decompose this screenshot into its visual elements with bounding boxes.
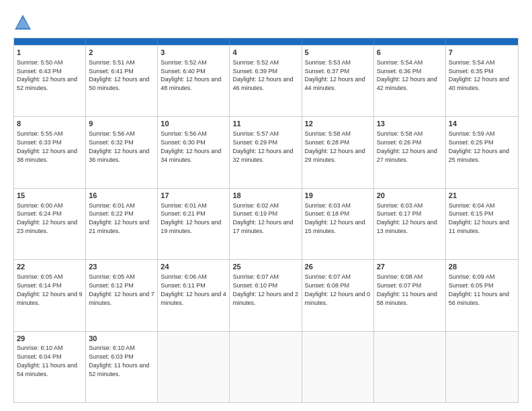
- calendar-cell-0-4: 5Sunrise: 5:53 AM Sunset: 6:37 PM Daylig…: [302, 46, 374, 116]
- day-number: 16: [89, 191, 154, 201]
- cell-info: Sunrise: 6:07 AM Sunset: 6:08 PM Dayligh…: [305, 273, 371, 306]
- cell-info: Sunrise: 6:06 AM Sunset: 6:11 PM Dayligh…: [161, 273, 226, 306]
- cell-info: Sunrise: 6:09 AM Sunset: 6:05 PM Dayligh…: [449, 273, 509, 306]
- header-monday: [86, 38, 158, 45]
- cell-info: Sunrise: 5:58 AM Sunset: 6:28 PM Dayligh…: [305, 130, 365, 163]
- day-number: 18: [232, 191, 298, 201]
- calendar-week-4: 29Sunrise: 6:10 AM Sunset: 6:04 PM Dayli…: [14, 331, 518, 402]
- logo: [13, 13, 35, 32]
- day-number: 24: [161, 262, 226, 272]
- day-number: 29: [17, 334, 83, 344]
- calendar-week-2: 15Sunrise: 6:00 AM Sunset: 6:24 PM Dayli…: [14, 188, 518, 259]
- calendar-cell-4-3: [230, 332, 302, 402]
- calendar-cell-2-5: 20Sunrise: 6:03 AM Sunset: 6:17 PM Dayli…: [374, 189, 446, 259]
- day-number: 8: [17, 119, 83, 129]
- calendar-cell-3-1: 23Sunrise: 6:05 AM Sunset: 6:12 PM Dayli…: [86, 260, 158, 330]
- day-number: 17: [161, 191, 226, 201]
- calendar-cell-0-1: 2Sunrise: 5:51 AM Sunset: 6:41 PM Daylig…: [86, 46, 158, 116]
- calendar-cell-1-1: 9Sunrise: 5:56 AM Sunset: 6:32 PM Daylig…: [86, 117, 158, 187]
- cell-info: Sunrise: 5:53 AM Sunset: 6:37 PM Dayligh…: [305, 59, 365, 91]
- calendar-cell-0-6: 7Sunrise: 5:54 AM Sunset: 6:35 PM Daylig…: [446, 46, 518, 116]
- calendar-body: 1Sunrise: 5:50 AM Sunset: 6:43 PM Daylig…: [14, 45, 518, 402]
- cell-info: Sunrise: 6:03 AM Sunset: 6:18 PM Dayligh…: [305, 202, 365, 234]
- day-number: 3: [161, 48, 226, 58]
- day-number: 5: [305, 48, 371, 58]
- day-number: 28: [449, 262, 515, 272]
- calendar-cell-2-2: 17Sunrise: 6:01 AM Sunset: 6:21 PM Dayli…: [158, 189, 230, 259]
- calendar-cell-4-0: 29Sunrise: 6:10 AM Sunset: 6:04 PM Dayli…: [14, 332, 86, 402]
- cell-info: Sunrise: 5:54 AM Sunset: 6:36 PM Dayligh…: [377, 59, 437, 91]
- cell-info: Sunrise: 5:50 AM Sunset: 6:43 PM Dayligh…: [17, 59, 77, 91]
- calendar-week-3: 22Sunrise: 6:05 AM Sunset: 6:14 PM Dayli…: [14, 259, 518, 330]
- calendar-cell-3-0: 22Sunrise: 6:05 AM Sunset: 6:14 PM Dayli…: [14, 260, 86, 330]
- day-number: 30: [89, 334, 154, 344]
- day-number: 10: [161, 119, 226, 129]
- calendar-cell-1-5: 13Sunrise: 5:58 AM Sunset: 6:26 PM Dayli…: [374, 117, 446, 187]
- calendar-cell-2-3: 18Sunrise: 6:02 AM Sunset: 6:19 PM Dayli…: [230, 189, 302, 259]
- calendar-cell-0-5: 6Sunrise: 5:54 AM Sunset: 6:36 PM Daylig…: [374, 46, 446, 116]
- day-number: 19: [305, 191, 371, 201]
- calendar-cell-4-1: 30Sunrise: 6:10 AM Sunset: 6:03 PM Dayli…: [86, 332, 158, 402]
- header-friday: [374, 38, 446, 45]
- page: 1Sunrise: 5:50 AM Sunset: 6:43 PM Daylig…: [0, 0, 532, 411]
- calendar-week-1: 8Sunrise: 5:55 AM Sunset: 6:33 PM Daylig…: [14, 116, 518, 187]
- cell-info: Sunrise: 5:57 AM Sunset: 6:29 PM Dayligh…: [232, 130, 293, 163]
- calendar-cell-3-5: 27Sunrise: 6:08 AM Sunset: 6:07 PM Dayli…: [374, 260, 446, 330]
- day-number: 1: [17, 48, 83, 58]
- cell-info: Sunrise: 5:59 AM Sunset: 6:25 PM Dayligh…: [449, 130, 509, 163]
- cell-info: Sunrise: 5:51 AM Sunset: 6:41 PM Dayligh…: [89, 59, 149, 91]
- cell-info: Sunrise: 6:01 AM Sunset: 6:21 PM Dayligh…: [161, 202, 221, 234]
- calendar-cell-3-6: 28Sunrise: 6:09 AM Sunset: 6:05 PM Dayli…: [446, 260, 518, 330]
- cell-info: Sunrise: 5:56 AM Sunset: 6:32 PM Dayligh…: [89, 130, 149, 163]
- calendar-cell-2-0: 15Sunrise: 6:00 AM Sunset: 6:24 PM Dayli…: [14, 189, 86, 259]
- cell-info: Sunrise: 6:08 AM Sunset: 6:07 PM Dayligh…: [377, 273, 437, 306]
- calendar-cell-0-2: 3Sunrise: 5:52 AM Sunset: 6:40 PM Daylig…: [158, 46, 230, 116]
- day-number: 4: [232, 48, 298, 58]
- calendar-cell-1-6: 14Sunrise: 5:59 AM Sunset: 6:25 PM Dayli…: [446, 117, 518, 187]
- header-wednesday: [230, 38, 302, 45]
- day-number: 7: [449, 48, 515, 58]
- cell-info: Sunrise: 6:00 AM Sunset: 6:24 PM Dayligh…: [17, 202, 77, 234]
- day-number: 9: [89, 119, 154, 129]
- calendar-week-0: 1Sunrise: 5:50 AM Sunset: 6:43 PM Daylig…: [14, 45, 518, 116]
- day-number: 15: [17, 191, 83, 201]
- cell-info: Sunrise: 5:55 AM Sunset: 6:33 PM Dayligh…: [17, 130, 77, 163]
- day-number: 6: [377, 48, 443, 58]
- header: [13, 11, 519, 32]
- day-number: 25: [232, 262, 298, 272]
- calendar-cell-2-1: 16Sunrise: 6:01 AM Sunset: 6:22 PM Dayli…: [86, 189, 158, 259]
- calendar-header: [14, 38, 518, 45]
- cell-info: Sunrise: 6:07 AM Sunset: 6:10 PM Dayligh…: [232, 273, 298, 306]
- header-tuesday: [158, 38, 230, 45]
- header-saturday: [446, 38, 518, 45]
- cell-info: Sunrise: 5:58 AM Sunset: 6:26 PM Dayligh…: [377, 130, 437, 163]
- cell-info: Sunrise: 6:10 AM Sunset: 6:03 PM Dayligh…: [89, 345, 149, 377]
- calendar-cell-1-0: 8Sunrise: 5:55 AM Sunset: 6:33 PM Daylig…: [14, 117, 86, 187]
- svg-marker-1: [16, 17, 30, 28]
- header-thursday: [302, 38, 374, 45]
- day-number: 26: [305, 262, 371, 272]
- cell-info: Sunrise: 6:10 AM Sunset: 6:04 PM Dayligh…: [17, 345, 77, 377]
- cell-info: Sunrise: 6:04 AM Sunset: 6:15 PM Dayligh…: [449, 202, 509, 234]
- day-number: 27: [377, 262, 443, 272]
- calendar-cell-3-4: 26Sunrise: 6:07 AM Sunset: 6:08 PM Dayli…: [302, 260, 374, 330]
- day-number: 20: [377, 191, 443, 201]
- logo-icon: [13, 13, 32, 32]
- calendar-cell-2-4: 19Sunrise: 6:03 AM Sunset: 6:18 PM Dayli…: [302, 189, 374, 259]
- header-sunday: [14, 38, 86, 45]
- cell-info: Sunrise: 6:03 AM Sunset: 6:17 PM Dayligh…: [377, 202, 437, 234]
- cell-info: Sunrise: 5:56 AM Sunset: 6:30 PM Dayligh…: [161, 130, 221, 163]
- calendar-cell-0-0: 1Sunrise: 5:50 AM Sunset: 6:43 PM Daylig…: [14, 46, 86, 116]
- calendar-cell-1-2: 10Sunrise: 5:56 AM Sunset: 6:30 PM Dayli…: [158, 117, 230, 187]
- cell-info: Sunrise: 6:01 AM Sunset: 6:22 PM Dayligh…: [89, 202, 149, 234]
- calendar-cell-4-5: [374, 332, 446, 402]
- cell-info: Sunrise: 5:54 AM Sunset: 6:35 PM Dayligh…: [449, 59, 509, 91]
- day-number: 23: [89, 262, 154, 272]
- cell-info: Sunrise: 5:52 AM Sunset: 6:39 PM Dayligh…: [232, 59, 293, 91]
- day-number: 21: [449, 191, 515, 201]
- day-number: 2: [89, 48, 154, 58]
- cell-info: Sunrise: 6:02 AM Sunset: 6:19 PM Dayligh…: [232, 202, 293, 234]
- cell-info: Sunrise: 6:05 AM Sunset: 6:12 PM Dayligh…: [89, 273, 154, 306]
- calendar: 1Sunrise: 5:50 AM Sunset: 6:43 PM Daylig…: [13, 38, 519, 403]
- calendar-cell-4-4: [302, 332, 374, 402]
